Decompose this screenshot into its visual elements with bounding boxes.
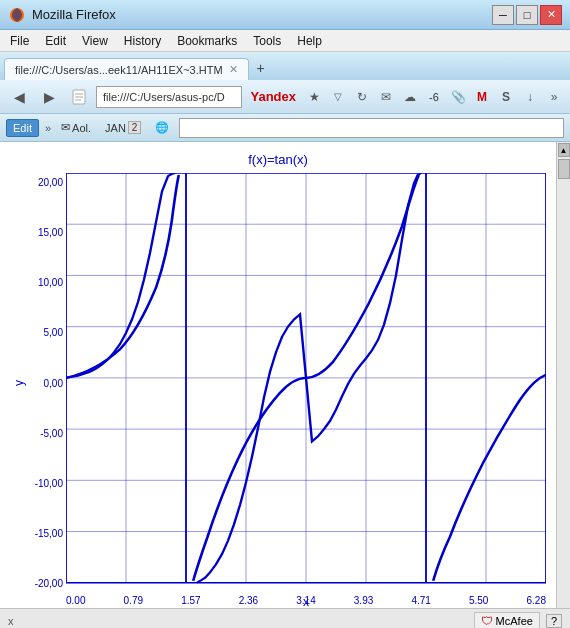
chart-title: f(x)=tan(x) — [10, 152, 546, 167]
y-tick-20: 20,00 — [28, 177, 66, 188]
jan-num: 2 — [128, 121, 142, 134]
menu-bookmarks[interactable]: Bookmarks — [171, 32, 243, 50]
scrollbar-right[interactable]: ▲ — [556, 142, 570, 608]
x-tick-628: 6.28 — [527, 595, 546, 606]
close-button[interactable]: ✕ — [540, 5, 562, 25]
chart-wrapper: y 20,00 15,00 10,00 5,00 0,00 -5,00 -10,… — [10, 173, 546, 593]
y-tick-n15: -15,00 — [28, 528, 66, 539]
window-title: Mozilla Firefox — [32, 7, 116, 22]
forward-button[interactable]: ▶ — [36, 85, 62, 109]
y-tick-n5: -5,00 — [28, 428, 66, 439]
minimize-button[interactable]: ─ — [492, 5, 514, 25]
tab-close-icon[interactable]: ✕ — [229, 63, 238, 76]
x-tick-0: 0.00 — [66, 595, 85, 606]
page-bookmark[interactable]: 🌐 — [151, 119, 173, 136]
aol-bookmark[interactable]: ✉ Aol. — [57, 119, 95, 136]
title-bar: Mozilla Firefox ─ □ ✕ — [0, 0, 570, 30]
y-tick-5: 5,00 — [28, 327, 66, 338]
menu-bar: File Edit View History Bookmarks Tools H… — [0, 30, 570, 52]
x-tick-labels: 0.00 0.79 1.57 2.36 3.14 3.93 4.71 5.50 … — [66, 595, 546, 606]
mail-icon[interactable]: ✉ — [376, 87, 396, 107]
mcafee-label: McAfee — [496, 615, 533, 627]
status-text: x — [8, 615, 14, 627]
scroll-thumb[interactable] — [558, 159, 570, 179]
back-button[interactable]: ◀ — [6, 85, 32, 109]
x-tick-393: 3.93 — [354, 595, 373, 606]
menu-view[interactable]: View — [76, 32, 114, 50]
y-tick-n10: -10,00 — [28, 478, 66, 489]
menu-help[interactable]: Help — [291, 32, 328, 50]
chart-svg-container: 0.00 0.79 1.57 2.36 3.14 3.93 4.71 5.50 … — [66, 173, 546, 593]
firefox-icon — [8, 6, 26, 24]
tab-bar: file:///C:/Users/as...eek11/AH11EX~3.HTM… — [0, 52, 570, 80]
new-tab-button[interactable]: + — [249, 56, 273, 80]
x-tick-550: 5.50 — [469, 595, 488, 606]
status-right: 🛡 McAfee ? — [474, 612, 562, 629]
address-bar[interactable]: file:///C:/Users/asus-pc/D — [96, 86, 242, 108]
mail-bm-icon: ✉ — [61, 121, 70, 134]
menu-edit[interactable]: Edit — [39, 32, 72, 50]
bookmark-down-icon[interactable]: ▽ — [328, 87, 348, 107]
cloud-icon[interactable]: ☁ — [400, 87, 420, 107]
mcafee-badge: 🛡 McAfee — [474, 612, 540, 629]
y-tick-0: 0,00 — [28, 378, 66, 389]
jan-bookmark[interactable]: JAN 2 — [101, 119, 145, 136]
y-tick-10: 10,00 — [28, 277, 66, 288]
chart-svg — [66, 173, 546, 593]
y-tick-15: 15,00 — [28, 227, 66, 238]
menu-file[interactable]: File — [4, 32, 35, 50]
download-icon[interactable]: ↓ — [520, 87, 540, 107]
menu-history[interactable]: History — [118, 32, 167, 50]
y-axis-label: y — [12, 380, 26, 386]
more-icon[interactable]: » — [544, 87, 564, 107]
aol-label: Aol. — [72, 122, 91, 134]
y-tick-n20: -20,00 — [28, 578, 66, 589]
title-bar-left: Mozilla Firefox — [8, 6, 116, 24]
mail2-icon[interactable]: M — [472, 87, 492, 107]
y-axis-label-container: y — [10, 173, 28, 593]
yandex-logo[interactable]: Yandex — [250, 89, 296, 104]
x-tick-471: 4.71 — [411, 595, 430, 606]
address-text: file:///C:/Users/asus-pc/D — [103, 91, 225, 103]
content-area: ▲ f(x)=tan(x) y 20,00 15,00 10,00 5,00 0… — [0, 142, 570, 608]
chart-container: f(x)=tan(x) y 20,00 15,00 10,00 5,00 0,0… — [0, 142, 556, 608]
page-icon — [66, 85, 92, 109]
restore-button[interactable]: □ — [516, 5, 538, 25]
edit-button[interactable]: Edit — [6, 119, 39, 137]
y-tick-labels: 20,00 15,00 10,00 5,00 0,00 -5,00 -10,00… — [28, 173, 66, 593]
x-tick-079: 0.79 — [124, 595, 143, 606]
bookmark-star-icon[interactable]: ★ — [304, 87, 324, 107]
title-bar-controls: ─ □ ✕ — [492, 5, 562, 25]
bookmarks-search-input[interactable] — [179, 118, 564, 138]
tab-label: file:///C:/Users/as...eek11/AH11EX~3.HTM — [15, 64, 223, 76]
mcafee-shield-icon: 🛡 — [481, 614, 493, 628]
status-bar: x 🛡 McAfee ? — [0, 608, 570, 628]
browser-tab[interactable]: file:///C:/Users/as...eek11/AH11EX~3.HTM… — [4, 58, 249, 80]
sync-icon[interactable]: S — [496, 87, 516, 107]
attachment-icon[interactable]: 📎 — [448, 87, 468, 107]
refresh-icon[interactable]: ↻ — [352, 87, 372, 107]
x-tick-314: 3.14 — [296, 595, 315, 606]
nav-bar: ◀ ▶ file:///C:/Users/asus-pc/D Yandex ★ … — [0, 80, 570, 114]
x-tick-157: 1.57 — [181, 595, 200, 606]
page-bm-icon: 🌐 — [155, 121, 169, 134]
jan-label: JAN — [105, 122, 126, 134]
counter-badge: -6 — [424, 87, 444, 107]
x-tick-236: 2.36 — [239, 595, 258, 606]
scroll-up-button[interactable]: ▲ — [558, 143, 570, 157]
help-button[interactable]: ? — [546, 614, 562, 628]
bookmarks-more-icon[interactable]: » — [45, 122, 51, 134]
bookmarks-bar: Edit » ✉ Aol. JAN 2 🌐 — [0, 114, 570, 142]
menu-tools[interactable]: Tools — [247, 32, 287, 50]
